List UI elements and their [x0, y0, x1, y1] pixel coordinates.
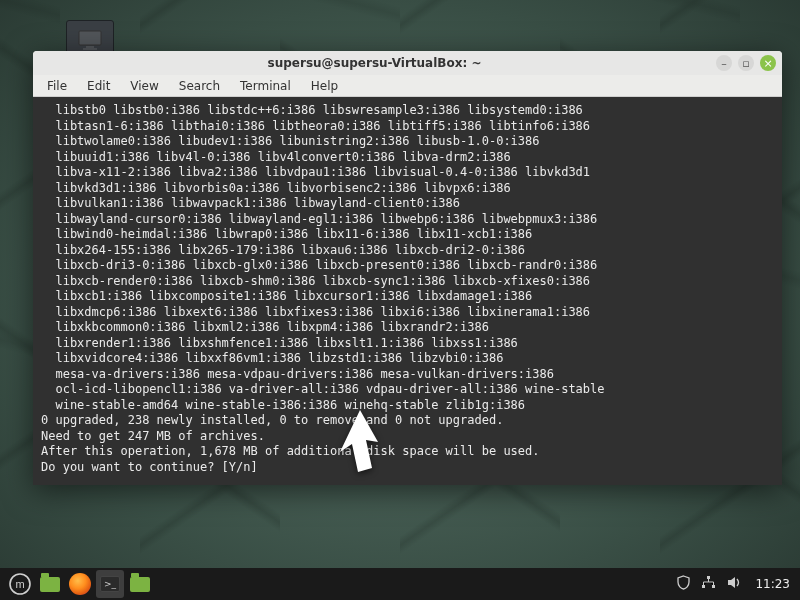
files-launcher[interactable]	[36, 570, 64, 598]
firefox-launcher[interactable]	[66, 570, 94, 598]
terminal-icon: >_	[100, 576, 120, 592]
taskbar-panel: m >_ 11:23	[0, 568, 800, 600]
network-icon[interactable]	[701, 575, 716, 593]
menu-file[interactable]: File	[39, 77, 75, 95]
svg-rect-7	[702, 585, 705, 588]
window-titlebar[interactable]: supersu@supersu-VirtualBox: ~ – ▫ ×	[33, 51, 782, 75]
window-title: supersu@supersu-VirtualBox: ~	[39, 56, 710, 70]
folder-icon	[130, 577, 150, 592]
terminal-window: supersu@supersu-VirtualBox: ~ – ▫ × File…	[33, 51, 782, 485]
menu-help[interactable]: Help	[303, 77, 346, 95]
shield-icon[interactable]	[676, 575, 691, 593]
svg-text:m: m	[15, 578, 24, 590]
folder-icon	[40, 577, 60, 592]
menu-edit[interactable]: Edit	[79, 77, 118, 95]
svg-rect-6	[707, 576, 710, 579]
menu-search[interactable]: Search	[171, 77, 228, 95]
firefox-icon	[69, 573, 91, 595]
svg-rect-0	[79, 31, 101, 45]
window-minimize-button[interactable]: –	[716, 55, 732, 71]
sound-icon[interactable]	[726, 575, 741, 593]
terminal-output[interactable]: libstb0 libstb0:i386 libstdc++6:i386 lib…	[33, 97, 782, 485]
svg-rect-2	[83, 48, 97, 50]
svg-rect-8	[712, 585, 715, 588]
menu-terminal[interactable]: Terminal	[232, 77, 299, 95]
window-menubar: File Edit View Search Terminal Help	[33, 75, 782, 97]
start-menu-button[interactable]: m	[6, 570, 34, 598]
terminal-launcher[interactable]: >_	[96, 570, 124, 598]
menu-view[interactable]: View	[122, 77, 166, 95]
window-close-button[interactable]: ×	[760, 55, 776, 71]
svg-rect-1	[86, 46, 94, 48]
window-maximize-button[interactable]: ▫	[738, 55, 754, 71]
panel-clock[interactable]: 11:23	[755, 577, 790, 591]
system-tray: 11:23	[676, 575, 790, 593]
files-open-launcher[interactable]	[126, 570, 154, 598]
